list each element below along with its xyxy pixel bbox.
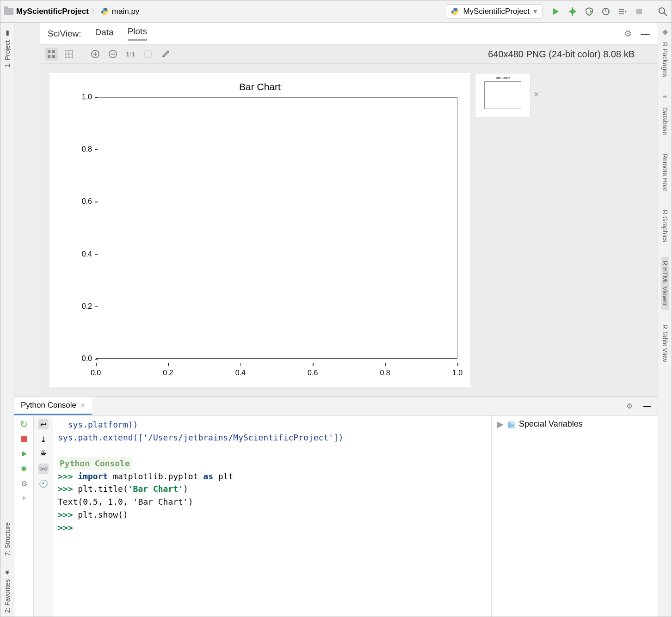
y-tick-label: 0.0 <box>82 354 92 363</box>
project-tool-button[interactable]: 1: Project ▮ <box>4 26 11 71</box>
minimize-icon[interactable]: — <box>642 401 652 411</box>
zoom-in-icon[interactable] <box>89 48 102 61</box>
rerun-icon[interactable]: ↻ <box>19 419 29 429</box>
grid-icon[interactable] <box>62 48 75 61</box>
gear-icon[interactable]: ⚙ <box>624 401 635 411</box>
breadcrumb-file[interactable]: main.py <box>112 7 140 16</box>
run-button[interactable] <box>551 6 561 17</box>
add-icon[interactable]: + <box>19 493 29 503</box>
x-tick-label: 0.8 <box>380 369 390 377</box>
concurrency-button[interactable] <box>617 6 628 17</box>
left-tool-strip: 1: Project ▮ 7: Structure 2: Favorites ★ <box>0 23 14 617</box>
python-console-tab[interactable]: Python Console ✕ <box>14 397 92 415</box>
y-tick-label: 0.8 <box>82 145 92 153</box>
console-tabbar: Python Console ✕ ⚙ — <box>14 397 658 415</box>
y-tick-label: 0.2 <box>82 302 92 311</box>
chart-frame <box>96 97 457 359</box>
console-action-strip-1: ↻ ✱ ⚙ + <box>14 415 34 617</box>
svg-rect-19 <box>52 55 55 58</box>
svg-point-1 <box>106 13 106 14</box>
soft-wrap-icon[interactable]: ↩ <box>38 419 49 429</box>
gear-icon[interactable]: ⚙ <box>623 29 633 39</box>
svg-rect-28 <box>145 51 151 57</box>
star-icon: ★ <box>4 569 11 576</box>
svg-rect-18 <box>48 55 50 58</box>
variables-header: Special Variables <box>519 419 583 429</box>
debug-icon[interactable]: ✱ <box>19 464 29 474</box>
sciview-panel: SciView: Data Plots ⚙ — 1:1 <box>14 23 658 397</box>
svg-rect-12 <box>619 13 624 14</box>
variables-icon: ▦ <box>507 419 515 429</box>
console-action-strip-2: ↩ ⤓ 🖶 👓 🕘 <box>34 415 53 617</box>
run-configuration-selector[interactable]: MyScientificProject ▾ <box>446 4 543 18</box>
sciview-toolbar: 1:1 640x480 PNG (24-bit color) 8.08 kB <box>40 45 658 64</box>
one-to-one-icon[interactable]: 1:1 <box>124 48 137 61</box>
debug-button[interactable] <box>567 6 578 17</box>
expand-icon[interactable]: ▶ <box>497 419 504 429</box>
print-icon[interactable]: 🖶 <box>38 449 49 459</box>
x-tick-label: 0.0 <box>91 369 101 377</box>
python-console-panel: Python Console ✕ ⚙ — ↻ ✱ ⚙ + ↩ <box>14 397 658 617</box>
r-html-viewer-button[interactable]: R HTML Viewer <box>661 257 669 310</box>
minimize-icon[interactable]: — <box>640 29 650 39</box>
zoom-out-icon[interactable] <box>106 48 119 61</box>
database-button[interactable]: Database <box>661 104 669 139</box>
favorites-tool-button[interactable]: 2: Favorites ★ <box>4 565 11 617</box>
gear-icon[interactable]: ⚙ <box>19 478 29 489</box>
remote-host-button[interactable]: Remote Host <box>661 150 669 195</box>
svg-point-4 <box>570 9 575 14</box>
structure-tool-button[interactable]: 7: Structure <box>4 519 11 559</box>
top-toolbar: MyScientificProject 〉 main.py MyScientif… <box>0 0 672 23</box>
close-icon[interactable]: ✕ <box>533 90 539 99</box>
x-tick-label: 0.2 <box>163 369 173 377</box>
coverage-button[interactable] <box>584 6 594 17</box>
history-icon[interactable]: 🕘 <box>38 478 49 489</box>
run-config-name: MyScientificProject <box>463 7 530 16</box>
tab-data[interactable]: Data <box>95 27 114 40</box>
svg-point-3 <box>456 13 456 14</box>
image-info-label: 640x480 PNG (24-bit color) 8.08 kB <box>488 49 635 60</box>
crop-icon[interactable] <box>142 48 154 61</box>
svg-rect-13 <box>636 9 642 14</box>
svg-line-15 <box>664 13 667 16</box>
x-tick-label: 0.4 <box>235 369 246 377</box>
r-packages-button[interactable]: R Packages <box>661 38 669 80</box>
svg-rect-29 <box>21 436 27 442</box>
svg-point-0 <box>103 9 104 9</box>
cube-icon[interactable]: ◆ <box>660 26 670 37</box>
scroll-to-end-icon[interactable]: ⤓ <box>38 434 49 444</box>
console-output[interactable]: sys.platform))sys.path.extend(['/Users/j… <box>53 415 491 617</box>
y-tick-label: 1.0 <box>82 93 92 101</box>
breadcrumb-project[interactable]: MyScientificProject <box>16 7 89 16</box>
chevron-down-icon: ▾ <box>533 6 537 16</box>
plot-canvas: Bar Chart 0.00.20.40.60.81.0 0.00.20.40.… <box>49 73 470 387</box>
plot-thumbnail[interactable]: Bar Chart ✕ <box>475 73 530 117</box>
eyedropper-icon[interactable] <box>159 48 172 61</box>
python-icon <box>451 7 459 16</box>
run-icon[interactable] <box>19 449 29 459</box>
y-tick-label: 0.4 <box>82 250 92 258</box>
editor-gutter <box>14 23 40 397</box>
folder-icon <box>4 8 13 15</box>
x-tick-label: 0.6 <box>308 369 318 377</box>
breadcrumb: MyScientificProject 〉 main.py <box>4 7 139 16</box>
tab-plots[interactable]: Plots <box>128 26 147 41</box>
search-button[interactable] <box>658 6 668 17</box>
stop-button <box>634 6 644 17</box>
svg-rect-11 <box>619 11 624 12</box>
r-graphics-button[interactable]: R Graphics <box>661 206 669 246</box>
r-table-view-button[interactable]: R Table View <box>661 321 669 366</box>
fit-icon[interactable] <box>45 48 58 61</box>
close-icon[interactable]: ✕ <box>80 402 86 409</box>
svg-point-2 <box>454 9 454 9</box>
y-tick-label: 0.6 <box>82 197 92 206</box>
chart-title: Bar Chart <box>49 81 470 92</box>
x-tick-label: 1.0 <box>452 369 462 377</box>
python-file-icon <box>101 7 109 16</box>
stop-icon[interactable] <box>19 434 29 444</box>
variables-pane[interactable]: ▶ ▦ Special Variables <box>491 415 658 617</box>
profile-button[interactable] <box>601 6 611 17</box>
show-vars-icon[interactable]: 👓 <box>38 464 49 474</box>
database-icon[interactable]: ≡ <box>660 92 670 102</box>
chevron-right-icon: 〉 <box>92 7 98 16</box>
